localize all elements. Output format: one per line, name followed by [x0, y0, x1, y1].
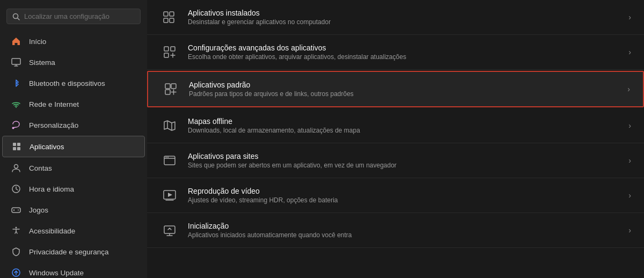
- settings-item-reproducao-video-title: Reprodução de vídeo: [188, 187, 620, 195]
- svg-marker-39: [168, 193, 172, 197]
- settings-item-mapas-offline[interactable]: Mapas offline Downloads, local de armaze…: [147, 108, 644, 143]
- apps-installed-icon: [160, 8, 179, 27]
- settings-item-configuracoes-avancadas-desc: Escolha onde obter aplicativos, arquivar…: [188, 53, 620, 61]
- privacy-icon: [11, 246, 21, 257]
- settings-item-reproducao-video-text: Reprodução de vídeo Ajustes de vídeo, st…: [188, 187, 620, 204]
- system-icon: [11, 57, 21, 68]
- settings-item-inicializacao-title: Inicialização: [188, 222, 620, 230]
- settings-item-aplicativos-instalados[interactable]: Aplicativos instalados Desinstalar e ger…: [147, 0, 644, 35]
- svg-rect-9: [13, 147, 16, 150]
- search-box[interactable]: [6, 9, 141, 24]
- games-icon: [11, 204, 21, 215]
- svg-rect-8: [17, 143, 20, 146]
- svg-point-36: [166, 157, 167, 158]
- svg-rect-41: [164, 226, 175, 233]
- video-playback-icon: [160, 186, 179, 205]
- sidebar-item-personalizacao-label: Personalização: [29, 121, 78, 129]
- apps-for-sites-icon: [160, 151, 179, 170]
- sidebar-item-aplicativos[interactable]: Aplicativos: [2, 136, 145, 157]
- settings-item-mapas-offline-desc: Downloads, local de armazenamento, atual…: [188, 127, 620, 134]
- settings-item-configuracoes-avancadas-text: Configurações avançadas dos aplicativos …: [188, 43, 620, 61]
- clock-icon: [11, 184, 21, 194]
- svg-point-17: [18, 209, 19, 210]
- sidebar-item-jogos[interactable]: Jogos: [2, 200, 145, 220]
- bluetooth-icon: [11, 78, 21, 89]
- svg-rect-24: [164, 18, 168, 23]
- apps-icon: [11, 141, 22, 152]
- sidebar-item-hora-label: Hora e idioma: [29, 185, 74, 193]
- svg-point-18: [18, 210, 19, 211]
- svg-rect-27: [171, 47, 175, 51]
- svg-point-37: [167, 157, 169, 158]
- svg-rect-25: [170, 18, 174, 23]
- sidebar-item-inicio[interactable]: Início: [2, 31, 145, 52]
- sidebar-item-windows-update-label: Windows Update: [29, 269, 84, 277]
- settings-item-aplicativos-sites-title: Aplicativos para sites: [188, 152, 620, 160]
- settings-item-aplicativos-instalados-desc: Desinstalar e gerenciar aplicativos no c…: [188, 18, 620, 26]
- sidebar-item-jogos-label: Jogos: [29, 206, 48, 214]
- settings-item-inicializacao-desc: Aplicativos iniciados automaticamente qu…: [188, 231, 620, 239]
- sidebar-item-contas[interactable]: Contas: [2, 158, 145, 178]
- svg-rect-10: [17, 147, 20, 150]
- chevron-icon: ›: [628, 191, 631, 200]
- accessibility-icon: [11, 225, 21, 236]
- startup-icon: [160, 221, 179, 240]
- nav-items: Início Sistema Bluetooth e dispositivos: [0, 31, 147, 278]
- svg-rect-29: [165, 84, 170, 89]
- svg-rect-26: [164, 47, 169, 51]
- sidebar-item-rede[interactable]: Rede e Internet: [2, 94, 145, 114]
- svg-point-19: [16, 227, 17, 229]
- settings-item-aplicativos-instalados-text: Aplicativos instalados Desinstalar e ger…: [188, 9, 620, 26]
- maps-offline-icon: [160, 116, 179, 135]
- sidebar-item-privacidade-label: Privacidade e segurança: [29, 248, 109, 256]
- chevron-icon: ›: [627, 85, 630, 93]
- sidebar-item-sistema[interactable]: Sistema: [2, 52, 145, 72]
- svg-rect-28: [164, 53, 169, 57]
- svg-rect-13: [12, 208, 20, 213]
- svg-line-1: [18, 18, 20, 20]
- search-icon: [12, 13, 20, 20]
- chevron-icon: ›: [628, 226, 631, 235]
- update-icon: [11, 267, 21, 278]
- settings-item-aplicativos-padrao[interactable]: Aplicativos padrão Padrões para tipos de…: [147, 71, 644, 107]
- settings-item-mapas-offline-text: Mapas offline Downloads, local de armaze…: [188, 117, 620, 134]
- sidebar: Início Sistema Bluetooth e dispositivos: [0, 0, 147, 278]
- sidebar-item-contas-label: Contas: [29, 164, 52, 172]
- person-icon: [11, 163, 21, 173]
- svg-rect-2: [12, 58, 20, 64]
- home-icon: [11, 36, 21, 47]
- settings-item-aplicativos-sites-desc: Sites que podem ser abertos em um aplica…: [188, 162, 620, 169]
- settings-item-aplicativos-sites[interactable]: Aplicativos para sites Sites que podem s…: [147, 143, 644, 178]
- settings-item-aplicativos-padrao-title: Aplicativos padrão: [189, 81, 619, 89]
- settings-item-configuracoes-avancadas[interactable]: Configurações avançadas dos aplicativos …: [147, 35, 644, 70]
- svg-rect-22: [164, 12, 168, 16]
- sidebar-item-bluetooth[interactable]: Bluetooth e dispositivos: [2, 73, 145, 93]
- svg-point-5: [16, 107, 17, 108]
- main-content: Aplicativos instalados Desinstalar e ger…: [147, 0, 644, 278]
- sidebar-item-windows-update[interactable]: Windows Update: [2, 262, 145, 278]
- sidebar-item-hora[interactable]: Hora e idioma: [2, 179, 145, 199]
- settings-item-mapas-offline-title: Mapas offline: [188, 117, 620, 126]
- svg-rect-7: [13, 143, 16, 146]
- sidebar-item-acessibilidade[interactable]: Acessibilidade: [2, 221, 145, 241]
- sidebar-item-aplicativos-label: Aplicativos: [30, 143, 64, 151]
- svg-point-11: [14, 165, 18, 169]
- settings-item-configuracoes-avancadas-title: Configurações avançadas dos aplicativos: [188, 43, 620, 52]
- search-input[interactable]: [24, 12, 135, 20]
- sidebar-item-bluetooth-label: Bluetooth e dispositivos: [29, 79, 105, 87]
- settings-item-reproducao-video-desc: Ajustes de vídeo, streaming HDR, opções …: [188, 196, 620, 204]
- sidebar-item-sistema-label: Sistema: [29, 58, 55, 67]
- network-icon: [11, 99, 21, 109]
- settings-item-reproducao-video[interactable]: Reprodução de vídeo Ajustes de vídeo, st…: [147, 178, 644, 213]
- settings-item-aplicativos-padrao-desc: Padrões para tipos de arquivos e de link…: [189, 90, 619, 98]
- settings-item-inicializacao-text: Inicialização Aplicativos iniciados auto…: [188, 222, 620, 239]
- svg-rect-30: [171, 84, 176, 89]
- chevron-icon: ›: [628, 121, 631, 130]
- sidebar-item-personalizacao[interactable]: Personalização: [2, 115, 145, 135]
- settings-item-aplicativos-padrao-text: Aplicativos padrão Padrões para tipos de…: [189, 81, 619, 98]
- default-apps-icon: [161, 79, 180, 99]
- paint-icon: [11, 120, 21, 130]
- settings-item-inicializacao[interactable]: Inicialização Aplicativos iniciados auto…: [147, 213, 644, 248]
- chevron-icon: ›: [628, 13, 631, 21]
- sidebar-item-privacidade[interactable]: Privacidade e segurança: [2, 242, 145, 262]
